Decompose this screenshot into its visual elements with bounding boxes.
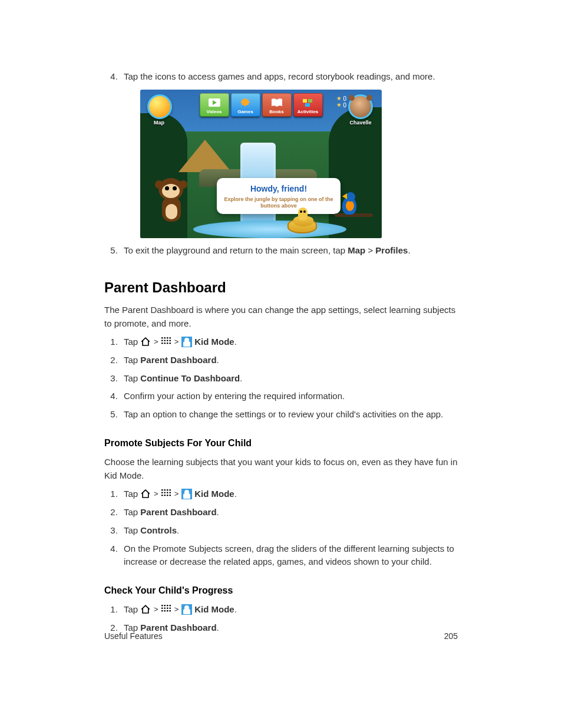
step-bold: Parent Dashboard [140,355,216,365]
home-icon [140,337,151,347]
tab-label: Videos [206,108,222,116]
svg-point-9 [161,340,163,342]
step-bold: Parent Dashboard [140,507,216,517]
profile-name: Chavelle [346,119,375,127]
step-post: . [234,337,237,347]
blocks-icon [301,97,315,108]
play-icon [207,97,222,108]
svg-point-5 [161,337,163,339]
svg-rect-4 [305,103,310,107]
svg-point-28 [170,495,171,496]
svg-point-35 [167,608,168,610]
step-text: Tap the icons to access games and apps, … [124,71,435,81]
home-icon [140,604,151,615]
list-item: Tap an option to change the settings or … [120,408,458,421]
star-icon [336,103,341,107]
parent-dashboard-steps: Tap > > Kid Mode.Tap Parent Dashboard.Ta… [104,335,458,421]
book-icon [270,97,284,108]
snake-character [287,201,317,233]
svg-point-11 [167,340,168,342]
step-post: . [408,245,410,255]
bubble-title: Howdy, friend! [223,183,335,195]
score-panel: 0 0 [336,95,346,108]
tap-label: Tap [124,604,140,614]
list-item: Tap > > Kid Mode. [120,335,458,349]
svg-point-23 [167,492,168,494]
step-text: Confirm your action by entering the requ… [124,391,345,401]
svg-point-12 [170,340,171,342]
svg-point-32 [170,605,171,607]
step-text: Tap an option to change the settings or … [124,409,443,419]
step-bold: Continue To Dashboard [140,373,240,383]
chevron-right-icon: > [172,605,181,614]
svg-point-10 [164,340,166,342]
tap-label: Tap [124,489,140,499]
kidmode-screenshot: Map Videos Games Books [140,90,382,238]
chevron-right-icon: > [151,489,160,498]
step-post: . [177,525,179,535]
monkey-avatar-icon [348,94,373,119]
svg-point-33 [161,608,163,610]
list-item: Tap > > Kid Mode. [120,487,458,501]
step-text: To exit the playground and return to the… [124,245,348,255]
footer-page: 205 [444,630,458,643]
list-item: Tap the icons to access games and apps, … [120,70,458,238]
promote-subjects-heading: Promote Subjects For Your Child [104,436,458,450]
page-content: Tap the icons to access games and apps, … [51,70,511,634]
games-tab[interactable]: Games [231,93,260,117]
svg-point-26 [164,495,166,496]
tab-label: Games [237,108,253,116]
svg-point-30 [164,605,166,607]
step-text: Tap [124,525,140,535]
svg-point-36 [170,608,171,610]
profile-button[interactable]: Chavelle [346,94,375,127]
svg-point-6 [164,337,166,339]
star-icon [336,96,341,101]
activities-tab[interactable]: Activities [293,93,323,117]
chevron-right-icon: > [151,605,160,614]
list-item: Tap Parent Dashboard. [120,354,458,367]
svg-point-37 [161,610,163,612]
check-progress-steps: Tap > > Kid Mode.Tap Parent Dashboard. [104,603,458,634]
svg-point-13 [161,342,163,344]
kidmode-icon [181,489,192,499]
step-post: . [234,489,237,499]
apps-grid-icon [161,489,171,499]
svg-point-27 [167,495,168,496]
tab-label: Books [269,108,283,116]
svg-point-17 [161,489,163,491]
kidmode-icon [181,337,192,347]
step-bold: Controls [140,525,177,535]
svg-point-24 [170,492,171,494]
svg-point-16 [170,342,171,344]
svg-point-14 [164,342,166,344]
videos-tab[interactable]: Videos [200,93,229,117]
step-post: . [217,507,219,517]
tap-label: Tap [124,337,140,347]
apps-grid-icon [161,337,171,347]
list-item: Tap > > Kid Mode. [120,603,458,617]
step-post: . [240,373,242,383]
kidmode-label: Kid Mode [194,604,234,614]
svg-point-18 [164,489,166,491]
map-label: Map [147,119,171,127]
home-icon [140,489,151,499]
svg-rect-3 [308,99,312,103]
list-item: On the Promote Subjects screen, drag the… [120,542,458,569]
svg-point-8 [170,337,171,339]
parent-dashboard-intro: The Parent Dashboard is where you can ch… [104,304,458,330]
promote-subjects-steps: Tap > > Kid Mode.Tap Parent Dashboard.Ta… [104,487,458,568]
profiles-bold: Profiles [375,245,408,255]
svg-point-34 [164,608,166,610]
svg-point-29 [161,605,163,607]
books-tab[interactable]: Books [262,93,292,117]
svg-point-21 [161,492,163,494]
kidmode-label: Kid Mode [194,489,234,499]
map-bold: Map [348,245,365,255]
svg-point-25 [161,495,163,496]
check-progress-heading: Check Your Child's Progress [104,584,458,598]
step-text: Tap [124,507,140,517]
svg-point-40 [170,610,171,612]
step-post: . [234,604,237,614]
svg-point-15 [167,342,168,344]
